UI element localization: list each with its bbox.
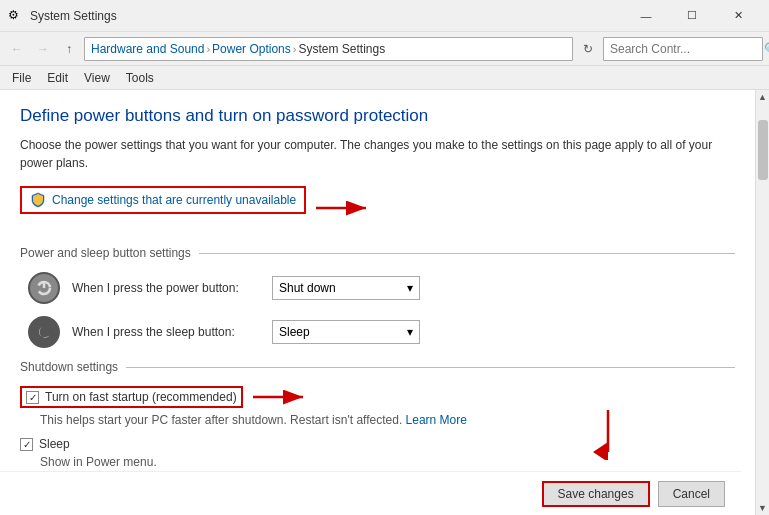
fast-startup-label: Turn on fast startup (recommended)	[45, 390, 237, 404]
breadcrumb-current: System Settings	[298, 42, 385, 56]
power-sleep-title: Power and sleep button settings	[20, 246, 191, 260]
fast-startup-highlighted: Turn on fast startup (recommended)	[20, 386, 243, 408]
sleep-symbol-icon	[35, 323, 53, 341]
shutdown-section-header: Shutdown settings	[20, 360, 735, 374]
power-sleep-section-header: Power and sleep button settings	[20, 246, 735, 260]
title-bar: ⚙ System Settings — ☐ ✕	[0, 0, 769, 32]
search-icon: 🔍	[764, 42, 769, 56]
forward-button[interactable]: →	[32, 38, 54, 60]
address-bar: ← → ↑ Hardware and Sound › Power Options…	[0, 32, 769, 66]
change-settings-label: Change settings that are currently unava…	[52, 193, 296, 207]
sleep-button-value: Sleep	[279, 325, 310, 339]
save-changes-button[interactable]: Save changes	[542, 481, 650, 507]
breadcrumb-power[interactable]: Power Options	[212, 42, 291, 56]
arrow-right-icon-2	[253, 387, 313, 407]
sleep-row: Sleep	[20, 437, 735, 451]
cancel-button[interactable]: Cancel	[658, 481, 725, 507]
arrow-down-annotation	[593, 410, 623, 463]
minimize-button[interactable]: —	[623, 0, 669, 32]
page-description: Choose the power settings that you want …	[20, 136, 735, 172]
scroll-up-button[interactable]: ▲	[756, 90, 770, 104]
sleep-subdesc: Show in Power menu.	[40, 455, 735, 469]
section-divider	[199, 253, 735, 254]
menu-file[interactable]: File	[4, 69, 39, 87]
arrow-annotation-1	[316, 198, 376, 218]
power-button-dropdown[interactable]: Shut down ▾	[272, 276, 420, 300]
power-button-row: When I press the power button: Shut down…	[28, 272, 735, 304]
fast-startup-checkbox[interactable]	[26, 391, 39, 404]
dropdown-chevron-icon-2: ▾	[407, 325, 413, 339]
shutdown-divider	[126, 367, 735, 368]
breadcrumb-hardware[interactable]: Hardware and Sound	[91, 42, 204, 56]
window-title: System Settings	[30, 9, 623, 23]
search-box[interactable]: 🔍	[603, 37, 763, 61]
app-icon: ⚙	[8, 8, 24, 24]
search-input[interactable]	[610, 42, 760, 56]
sleep-checkbox[interactable]	[20, 438, 33, 451]
scroll-down-button[interactable]: ▼	[756, 501, 770, 515]
scrollbar-thumb[interactable]	[758, 120, 768, 180]
menu-edit[interactable]: Edit	[39, 69, 76, 87]
menu-tools[interactable]: Tools	[118, 69, 162, 87]
sleep-button-row: When I press the sleep button: Sleep ▾	[28, 316, 735, 348]
breadcrumb: Hardware and Sound › Power Options › Sys…	[91, 42, 385, 56]
menu-view[interactable]: View	[76, 69, 118, 87]
refresh-button[interactable]: ↻	[577, 38, 599, 60]
back-button[interactable]: ←	[6, 38, 28, 60]
sleep-label: Sleep	[39, 437, 70, 451]
power-button-label: When I press the power button:	[72, 281, 272, 295]
maximize-button[interactable]: ☐	[669, 0, 715, 32]
power-button-value: Shut down	[279, 281, 336, 295]
change-settings-button[interactable]: Change settings that are currently unava…	[20, 186, 306, 214]
dropdown-chevron-icon: ▾	[407, 281, 413, 295]
scrollbar[interactable]: ▲ ▼	[755, 90, 769, 515]
sleep-icon	[28, 316, 60, 348]
address-field[interactable]: Hardware and Sound › Power Options › Sys…	[84, 37, 573, 61]
content-area: Define power buttons and turn on passwor…	[0, 90, 769, 515]
shield-icon	[30, 192, 46, 208]
menu-bar: File Edit View Tools	[0, 66, 769, 90]
arrow-down-icon	[593, 410, 623, 460]
bottom-bar: Save changes Cancel	[0, 471, 741, 515]
learn-more-link[interactable]: Learn More	[406, 413, 467, 427]
power-icon	[28, 272, 60, 304]
close-button[interactable]: ✕	[715, 0, 761, 32]
up-button[interactable]: ↑	[58, 38, 80, 60]
page-title: Define power buttons and turn on passwor…	[20, 106, 735, 126]
main-panel: Define power buttons and turn on passwor…	[0, 90, 755, 515]
window-controls: — ☐ ✕	[623, 0, 761, 32]
fast-startup-desc: This helps start your PC faster after sh…	[40, 412, 735, 429]
arrow-right-icon	[316, 198, 376, 218]
sleep-button-label: When I press the sleep button:	[72, 325, 272, 339]
sleep-button-dropdown[interactable]: Sleep ▾	[272, 320, 420, 344]
arrow-annotation-2	[253, 387, 313, 407]
shutdown-title: Shutdown settings	[20, 360, 118, 374]
power-symbol-icon	[35, 279, 53, 297]
